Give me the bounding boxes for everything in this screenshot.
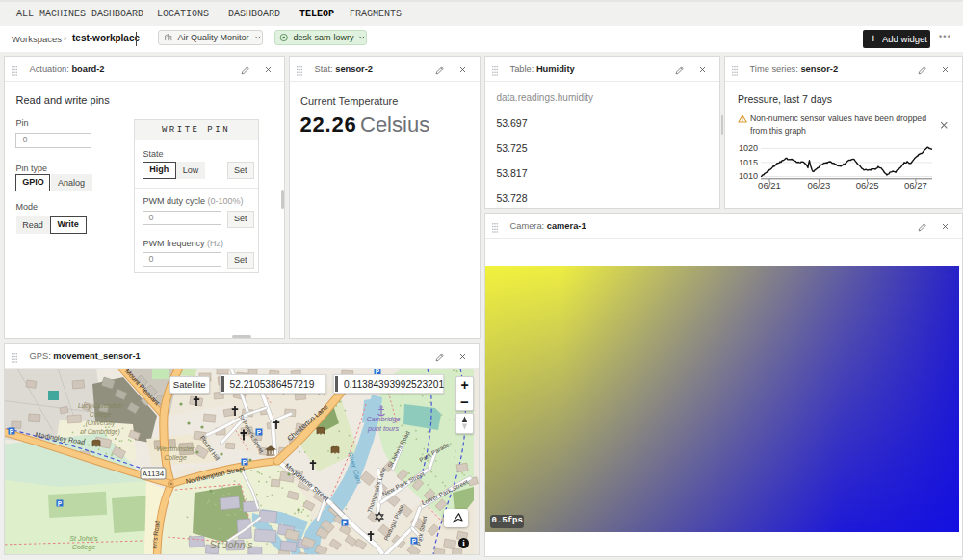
svg-text:Lucy Cavendish: Lucy Cavendish <box>78 402 123 410</box>
svg-text:Cambridge: Cambridge <box>366 415 400 423</box>
svg-text:P: P <box>343 520 348 526</box>
svg-text:College: College <box>164 454 187 462</box>
svg-text:St John's: St John's <box>69 534 98 543</box>
svg-text:A1134: A1134 <box>143 470 165 478</box>
svg-text:punt tours: punt tours <box>367 424 399 433</box>
svg-text:1015: 1015 <box>739 158 758 167</box>
svg-text:06/25: 06/25 <box>856 180 879 191</box>
svg-text:1010: 1010 <box>739 171 758 181</box>
svg-text:P: P <box>58 500 63 507</box>
svg-text:1020: 1020 <box>739 143 758 153</box>
svg-text:of Cambridge): of Cambridge) <box>80 428 119 436</box>
svg-text:P: P <box>243 459 247 466</box>
svg-text:06/27: 06/27 <box>904 180 927 191</box>
svg-text:College: College <box>72 543 95 551</box>
svg-text:St John's: St John's <box>210 539 253 550</box>
svg-text:06/23: 06/23 <box>808 180 831 191</box>
svg-text:P: P <box>10 428 14 435</box>
svg-text:P: P <box>257 429 262 436</box>
svg-text:P: P <box>412 538 417 545</box>
svg-text:Westminster: Westminster <box>157 445 195 452</box>
svg-text:College: College <box>90 411 111 419</box>
svg-text:06/21: 06/21 <box>758 180 781 191</box>
svg-text:(University: (University <box>86 420 116 427</box>
